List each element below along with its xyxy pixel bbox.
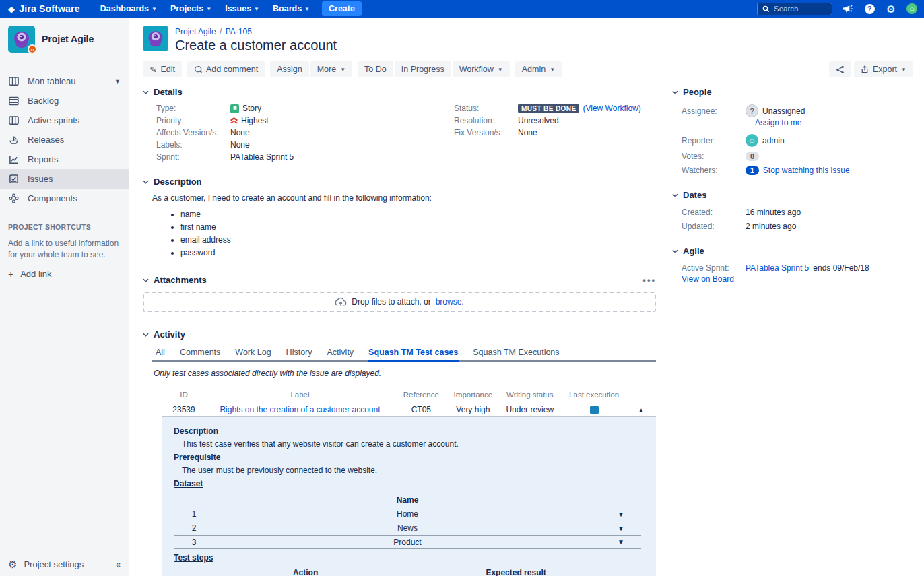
pencil-icon: ✎	[150, 65, 156, 75]
top-navigation-bar: ◆ Jira Software Dashboards▼ Projects▼ Is…	[0, 0, 924, 18]
active-sprint-label: Active Sprint:	[682, 263, 746, 273]
announcements-icon[interactable]	[842, 3, 854, 15]
test-case-detail-panel: Description This test case verifies that…	[162, 417, 656, 576]
dates-section-header[interactable]: Dates	[672, 190, 913, 200]
activity-section: Activity All Comments Work Log History A…	[143, 329, 656, 576]
activity-section-header[interactable]: Activity	[143, 329, 656, 340]
top-menus: Dashboards▼ Projects▼ Issues▼ Boards▼	[95, 1, 315, 16]
breadcrumb-project-link[interactable]: Projet Agile	[175, 27, 216, 36]
upload-cloud-icon	[335, 297, 347, 307]
watchers-badge[interactable]: 1	[746, 166, 759, 175]
issue-title: Create a customer account	[175, 38, 337, 53]
admin-button[interactable]: Admin▼	[515, 61, 562, 77]
collapse-row-icon[interactable]: ▲	[638, 406, 645, 414]
menu-dashboards[interactable]: Dashboards▼	[95, 1, 162, 16]
global-search[interactable]	[757, 3, 832, 15]
assign-button[interactable]: Assign	[270, 61, 309, 77]
add-link-button[interactable]: + Add link	[8, 269, 121, 280]
jira-diamond-icon: ◆	[8, 4, 15, 14]
sidebar-item-mon-tableau[interactable]: Mon tableau ▼	[0, 71, 129, 91]
help-icon[interactable]: ?	[863, 3, 876, 15]
tab-squash-tm-executions[interactable]: Squash TM Executions	[472, 345, 560, 362]
project-shortcuts: PROJECT SHORTCUTS Add a link to useful i…	[0, 208, 129, 280]
ship-icon	[8, 134, 20, 146]
fix-version-value: None	[518, 128, 537, 137]
jira-logo[interactable]: ◆ Jira Software	[8, 3, 80, 14]
people-section-header[interactable]: People	[672, 87, 913, 97]
tab-activity[interactable]: Activity	[327, 345, 355, 362]
todo-button[interactable]: To Do	[358, 61, 393, 77]
create-button[interactable]: Create	[322, 1, 362, 16]
share-icon	[836, 65, 845, 74]
view-workflow-link[interactable]: (View Workflow)	[583, 104, 640, 113]
menu-issues[interactable]: Issues▼	[220, 1, 265, 16]
reporter-value-link[interactable]: admin	[762, 136, 785, 146]
fix-version-label: Fix Version/s:	[454, 128, 518, 137]
expand-dataset-icon[interactable]: ▼	[601, 525, 641, 532]
tab-squash-tm-test-cases[interactable]: Squash TM Test cases	[368, 345, 459, 362]
menu-boards[interactable]: Boards▼	[267, 1, 315, 16]
expand-dataset-icon[interactable]: ▼	[601, 511, 641, 518]
share-button[interactable]	[829, 61, 851, 77]
view-on-board-link[interactable]: View on Board	[682, 274, 734, 284]
created-label: Created:	[682, 207, 746, 217]
chevron-down-icon	[143, 90, 149, 94]
tab-work-log[interactable]: Work Log	[234, 345, 271, 362]
votes-label: Votes:	[682, 152, 746, 161]
tc-prerequisite-heading: Prerequisite	[174, 453, 641, 462]
tab-comments[interactable]: Comments	[179, 345, 221, 362]
edit-button[interactable]: ✎Edit	[143, 61, 182, 77]
sprint-value-link[interactable]: PATablea Sprint 5	[230, 152, 294, 162]
unassigned-avatar: ?	[746, 104, 758, 117]
issue-project-avatar	[143, 26, 168, 51]
export-button[interactable]: Export▼	[854, 61, 913, 77]
sidebar-item-issues[interactable]: Issues	[0, 169, 129, 189]
workflow-button[interactable]: Workflow▼	[453, 61, 510, 77]
plus-icon: +	[8, 269, 13, 280]
breadcrumb-issue-link[interactable]: PA-105	[226, 27, 252, 36]
tab-history[interactable]: History	[286, 345, 313, 362]
sidebar-item-active-sprints[interactable]: Active sprints	[0, 110, 129, 130]
sidebar-item-components[interactable]: Components	[0, 189, 129, 208]
assign-to-me-link[interactable]: Assign to me	[755, 118, 801, 127]
sidebar-item-reports[interactable]: Reports	[0, 150, 129, 169]
tc-dataset-heading: Dataset	[174, 479, 641, 488]
attachments-section-header[interactable]: Attachments •••	[143, 275, 656, 285]
attachments-more-icon[interactable]: •••	[642, 275, 656, 285]
chevron-down-icon	[672, 249, 678, 253]
in-progress-button[interactable]: In Progress	[395, 61, 451, 77]
assignee-label: Assignee:	[682, 106, 746, 116]
add-comment-button[interactable]: Add comment	[187, 61, 265, 77]
topbar-right-cluster: ? ⚙ ☺	[757, 3, 917, 15]
chevron-down-icon: ▼	[498, 67, 503, 73]
votes-badge[interactable]: 0	[746, 152, 759, 161]
tc-prerequisite-text: The user must be previously connected to…	[182, 466, 641, 475]
description-section-header[interactable]: Description	[143, 177, 656, 187]
chevron-down-icon[interactable]: ▼	[114, 78, 121, 85]
tab-all[interactable]: All	[155, 345, 166, 362]
details-section-header[interactable]: Details	[143, 87, 656, 97]
project-avatar-badge-icon: o	[28, 44, 37, 54]
search-icon	[762, 5, 770, 13]
user-avatar[interactable]: ☺	[906, 3, 917, 14]
stop-watching-link[interactable]: Stop watching this issue	[763, 166, 850, 175]
sidebar-item-releases[interactable]: Releases	[0, 130, 129, 150]
more-button[interactable]: More▼	[310, 61, 352, 77]
settings-gear-icon[interactable]: ⚙	[885, 3, 897, 15]
active-sprint-link[interactable]: PATablea Sprint 5	[746, 263, 809, 273]
chevron-down-icon: ▼	[340, 67, 345, 73]
browse-link[interactable]: browse.	[436, 297, 464, 307]
updated-label: Updated:	[682, 222, 746, 231]
sidebar-item-backlog[interactable]: Backlog	[0, 91, 129, 110]
menu-projects[interactable]: Projects▼	[165, 1, 217, 16]
reporter-avatar: ☺	[746, 134, 758, 147]
search-input[interactable]	[774, 5, 828, 13]
expand-dataset-icon[interactable]: ▼	[601, 538, 641, 546]
project-settings[interactable]: ⚙ Project settings «	[0, 552, 129, 576]
attachments-section: Attachments ••• Drop files to attach, or…	[143, 275, 656, 312]
collapse-sidebar-icon[interactable]: «	[116, 559, 121, 569]
attachments-dropzone[interactable]: Drop files to attach, or browse.	[143, 292, 656, 312]
test-case-link[interactable]: Rights on the creation of a customer acc…	[220, 405, 380, 414]
project-avatar[interactable]: o	[8, 26, 35, 53]
agile-section-header[interactable]: Agile	[672, 246, 913, 256]
